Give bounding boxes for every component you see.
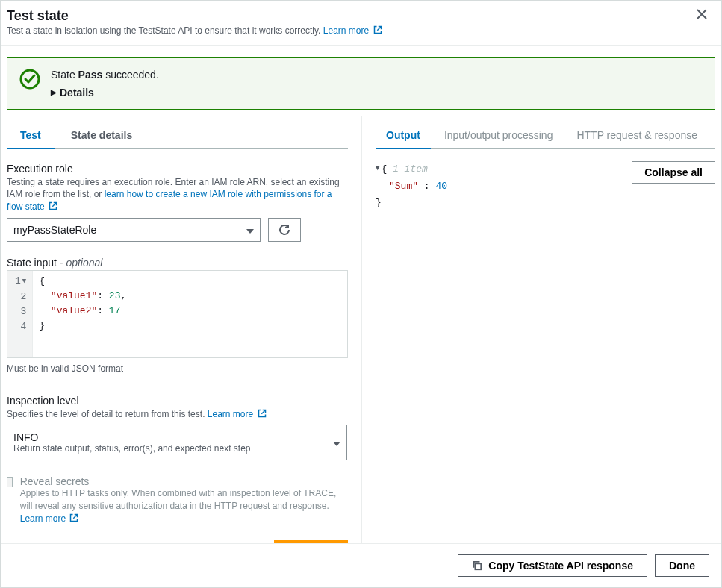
alert-details-toggle[interactable]: ▶ Details <box>51 87 94 98</box>
left-tabs: Test State details <box>7 122 348 149</box>
collapse-all-button[interactable]: Collapse all <box>632 161 715 184</box>
reveal-secrets-checkbox <box>7 477 13 487</box>
success-check-icon <box>19 69 40 90</box>
exec-role-help: Testing a state requires an execution ro… <box>7 176 348 213</box>
modal-header: Test state Test a state in isolation usi… <box>1 1 721 46</box>
test-state-modal: Test state Test a state in isolation usi… <box>0 0 722 588</box>
tab-http[interactable]: HTTP request & response <box>566 122 708 148</box>
inspection-help-link[interactable]: Learn more <box>208 409 267 419</box>
tab-output[interactable]: Output <box>376 122 431 148</box>
close-icon <box>696 8 708 20</box>
chevron-down-icon <box>333 437 340 448</box>
inspection-label: Inspection level <box>7 395 348 407</box>
inspection-value-desc: Return state output, status, error(s), a… <box>13 443 251 454</box>
reveal-secrets-link[interactable]: Learn more <box>20 513 79 524</box>
json-toggle-icon[interactable]: ▼ <box>376 160 379 177</box>
exec-role-label: Execution role <box>7 163 348 175</box>
refresh-roles-button[interactable] <box>268 218 301 242</box>
reveal-secrets-row: Reveal secrets Applies to HTTP tasks onl… <box>7 475 348 525</box>
modal-title: Test state <box>7 8 709 24</box>
right-panel: Output Input/output processing HTTP requ… <box>362 116 721 544</box>
reveal-secrets-help: Applies to HTTP tasks only. When combine… <box>20 487 348 525</box>
success-alert: State Pass succeeded. ▶ Details <box>7 57 715 110</box>
external-link-icon <box>373 25 382 34</box>
right-tabs: Output Input/output processing HTTP requ… <box>376 122 715 149</box>
external-link-icon <box>69 513 78 522</box>
modal-subtitle: Test a state in isolation using the Test… <box>7 25 709 36</box>
inspection-value: INFO <box>13 431 38 443</box>
inspection-select[interactable]: INFO Return state output, status, error(… <box>7 425 347 460</box>
exec-role-value: myPassStateRole <box>13 224 96 236</box>
state-input-editor[interactable]: 1▼ 2 3 4 { "value1": 23, "value2": 17 } <box>7 270 348 358</box>
execution-role-section: Execution role Testing a state requires … <box>7 163 348 242</box>
exec-role-select[interactable]: myPassStateRole <box>7 218 261 242</box>
learn-more-link[interactable]: Learn more <box>323 25 382 36</box>
json-item-count: 1 item <box>393 163 428 175</box>
left-panel: Test State details Execution role Testin… <box>1 116 362 544</box>
copy-response-button[interactable]: Copy TestState API response <box>458 554 647 577</box>
inspection-help: Specifies the level of detail to return … <box>7 408 348 421</box>
inspection-section: Inspection level Specifies the level of … <box>7 395 348 461</box>
caret-right-icon: ▶ <box>51 88 57 96</box>
alert-title: State Pass succeeded. <box>51 69 703 81</box>
chevron-down-icon <box>246 224 254 236</box>
reveal-secrets-label: Reveal secrets <box>20 475 348 487</box>
refresh-icon <box>278 224 290 236</box>
modal-footer: Copy TestState API response Done <box>1 543 721 587</box>
state-input-section: State input - optional 1▼ 2 3 4 { "value… <box>7 257 348 380</box>
done-button[interactable]: Done <box>655 554 709 577</box>
tab-test[interactable]: Test <box>7 122 55 148</box>
tab-state-details[interactable]: State details <box>57 122 146 148</box>
state-input-footer: Must be in valid JSON format <box>7 363 348 375</box>
fold-icon: ▼ <box>22 274 26 289</box>
close-button[interactable] <box>696 8 711 23</box>
editor-code: { "value1": 23, "value2": 17 } <box>33 271 132 357</box>
external-link-icon <box>49 201 57 210</box>
copy-icon <box>472 560 482 571</box>
tab-io-processing[interactable]: Input/output processing <box>434 122 564 148</box>
state-input-label: State input - optional <box>7 257 348 269</box>
external-link-icon <box>258 409 267 418</box>
editor-gutter: 1▼ 2 3 4 <box>7 271 33 357</box>
json-value: 40 <box>435 181 447 192</box>
output-json-viewer[interactable]: ▼{ 1 item "Sum" : 40 } <box>376 161 623 211</box>
json-key: "Sum" <box>389 181 418 192</box>
svg-rect-1 <box>476 563 482 569</box>
